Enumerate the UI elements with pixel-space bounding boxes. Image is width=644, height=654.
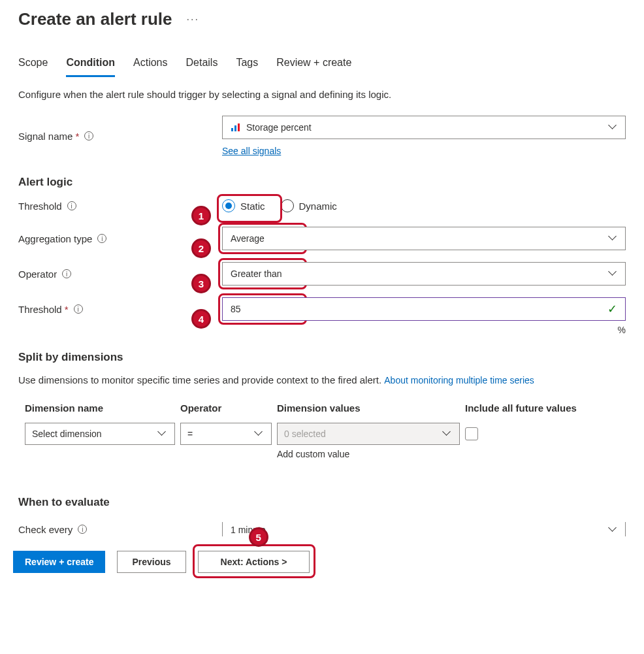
annotation-badge-5: 5: [249, 527, 268, 547]
tab-actions[interactable]: Actions: [133, 57, 167, 77]
tab-details[interactable]: Details: [185, 57, 217, 77]
metric-icon: [231, 122, 241, 133]
signal-name-value: Storage percent: [246, 122, 312, 133]
info-icon[interactable]: i: [78, 525, 87, 534]
add-custom-value-link[interactable]: Add custom value: [277, 449, 460, 459]
aggregation-value: Average: [231, 233, 265, 244]
dimension-values-dropdown[interactable]: 0 selected: [277, 423, 460, 445]
info-icon[interactable]: i: [97, 234, 106, 243]
dimensions-row: Select dimension = 0 selected Add custom…: [18, 419, 626, 463]
tab-condition[interactable]: Condition: [66, 57, 115, 77]
required-indicator: *: [75, 131, 79, 142]
condition-description: Configure when the alert rule should tri…: [18, 89, 626, 100]
tab-review-create[interactable]: Review + create: [276, 57, 351, 77]
info-icon[interactable]: i: [84, 131, 93, 140]
svg-rect-0: [231, 128, 233, 131]
aggregation-label: Aggregation type: [18, 233, 92, 244]
radio-unchecked-icon: [281, 199, 294, 212]
threshold-static-radio[interactable]: Static: [222, 199, 265, 212]
threshold-value-label: Threshold: [18, 304, 62, 315]
chevron-down-icon: [609, 123, 617, 131]
see-all-signals-link[interactable]: See all signals: [222, 146, 281, 156]
dim-col-operator: Operator: [180, 402, 272, 414]
chevron-down-icon: [609, 270, 617, 278]
review-create-button[interactable]: Review + create: [13, 551, 105, 573]
previous-button[interactable]: Previous: [117, 551, 185, 573]
next-actions-button[interactable]: Next: Actions >: [198, 551, 310, 573]
chevron-down-icon: [609, 235, 617, 242]
signal-name-label: Signal name: [18, 131, 72, 142]
annotation-badge-4: 4: [191, 309, 211, 329]
dim-col-name: Dimension name: [25, 402, 175, 414]
annotation-badge-1: 1: [191, 206, 211, 225]
threshold-value: 85: [231, 304, 241, 314]
threshold-value-input[interactable]: 85 ✓: [222, 297, 626, 321]
dimensions-table-header: Dimension name Operator Dimension values…: [18, 397, 626, 419]
dimension-operator-value: =: [187, 429, 193, 439]
operator-dropdown[interactable]: Greater than: [222, 262, 626, 286]
dimensions-help-link[interactable]: About monitoring multiple time series: [384, 375, 534, 385]
required-indicator: *: [65, 304, 69, 315]
svg-rect-1: [234, 125, 236, 131]
chevron-down-icon: [255, 430, 263, 438]
check-every-dropdown[interactable]: 1 minute: [222, 522, 626, 536]
threshold-static-label: Static: [240, 201, 265, 212]
signal-name-dropdown[interactable]: Storage percent: [222, 116, 626, 139]
check-every-label: Check every: [18, 524, 72, 535]
tab-bar: Scope Condition Actions Details Tags Rev…: [0, 35, 644, 77]
page-title: Create an alert rule: [18, 9, 172, 29]
info-icon[interactable]: i: [74, 304, 83, 314]
info-icon[interactable]: i: [62, 269, 71, 278]
dim-col-include: Include all future values: [465, 402, 602, 414]
svg-rect-2: [238, 123, 240, 131]
dimension-name-placeholder: Select dimension: [32, 429, 102, 439]
annotation-badge-2: 2: [191, 238, 211, 258]
tab-scope[interactable]: Scope: [18, 57, 48, 77]
operator-label: Operator: [18, 269, 57, 280]
chevron-down-icon: [609, 526, 617, 534]
operator-value: Greater than: [231, 269, 282, 279]
threshold-dynamic-radio[interactable]: Dynamic: [281, 199, 337, 212]
threshold-unit: %: [618, 325, 626, 335]
include-future-checkbox[interactable]: [465, 427, 478, 440]
threshold-dynamic-label: Dynamic: [299, 201, 337, 212]
chevron-down-icon: [159, 430, 167, 438]
evaluate-title: When to evaluate: [18, 496, 626, 509]
checkmark-icon: ✓: [607, 302, 617, 316]
chevron-down-icon: [443, 430, 451, 438]
dimensions-description: Use dimensions to monitor specific time …: [18, 374, 626, 385]
alert-logic-title: Alert logic: [18, 176, 626, 189]
dimension-name-dropdown[interactable]: Select dimension: [25, 423, 175, 445]
more-actions-icon[interactable]: ···: [187, 14, 199, 25]
dimension-operator-dropdown[interactable]: =: [180, 423, 272, 445]
radio-checked-icon: [222, 199, 235, 212]
aggregation-dropdown[interactable]: Average: [222, 227, 626, 250]
dimensions-title: Split by dimensions: [18, 351, 626, 364]
dimension-values-placeholder: 0 selected: [284, 429, 326, 439]
annotation-badge-3: 3: [191, 274, 211, 293]
info-icon[interactable]: i: [67, 201, 76, 210]
dim-col-values: Dimension values: [277, 402, 460, 414]
footer-bar: Review + create Previous 5 Next: Actions…: [0, 542, 644, 582]
threshold-type-label: Threshold: [18, 201, 62, 212]
tab-tags[interactable]: Tags: [236, 57, 258, 77]
